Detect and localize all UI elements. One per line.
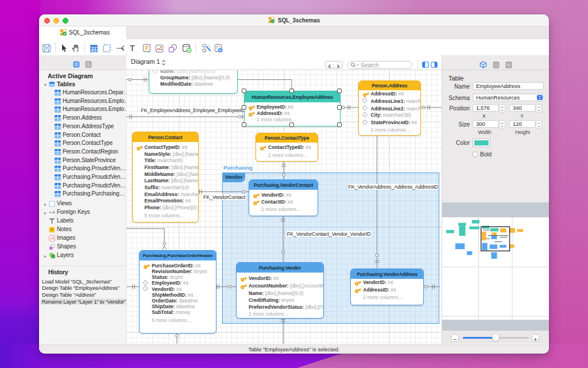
- svg-text:L: L: [53, 256, 54, 258]
